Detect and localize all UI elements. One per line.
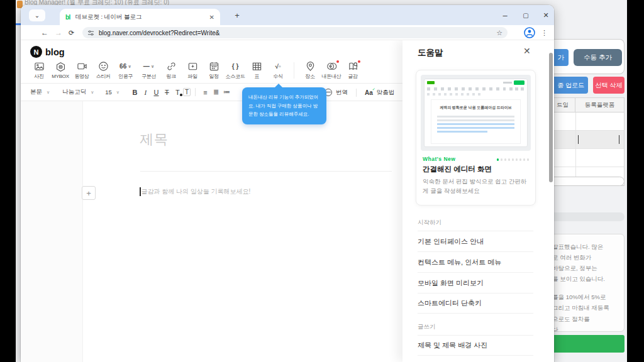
bold-button[interactable]: B — [130, 89, 140, 96]
mini-bar — [503, 82, 512, 84]
help-item-mobile-preview[interactable]: 모바일 화면 미리보기 — [418, 272, 533, 293]
address-bar[interactable]: blog.naver.com/devrocket?Redirect=Write&… — [82, 27, 508, 38]
tab-close-icon[interactable]: ✕ — [209, 14, 214, 21]
new-badge-dot — [358, 60, 360, 63]
translate-label[interactable]: 번역 — [336, 89, 348, 97]
title-placeholder[interactable]: 제목 — [140, 130, 169, 149]
site-settings-icon[interactable] — [87, 30, 94, 36]
tool-divider[interactable]: —∨ 구분선 — [137, 61, 160, 80]
naver-blog-logo-icon[interactable]: N — [30, 46, 42, 58]
manual-add-button[interactable]: 수동 추가 — [574, 49, 622, 66]
font-value: 나눔고딕 — [62, 88, 86, 96]
tool-label: 장소 — [305, 73, 314, 80]
highlight-color-button[interactable]: T — [183, 88, 191, 96]
help-panel: 도움말 ✕ 케백의 평화로운 낙원 오롤레아섬 드라이브 — [402, 40, 548, 362]
close-window-button[interactable]: ✕ — [536, 5, 555, 25]
browser-menu-icon[interactable]: ⋮ — [541, 25, 548, 40]
text-cursor — [140, 187, 141, 196]
forward-button[interactable]: → — [55, 25, 62, 40]
line-height-icon[interactable]: ≣ — [211, 88, 221, 96]
toolbar-separator — [356, 89, 357, 97]
tool-link[interactable]: 링크 — [160, 61, 182, 80]
table-row[interactable] — [553, 149, 624, 167]
mini-logo — [427, 81, 435, 84]
tool-photo[interactable]: 사진 — [28, 61, 50, 80]
minimize-button[interactable]: – — [496, 5, 514, 25]
italic-button[interactable]: I — [140, 89, 151, 96]
mini-editor-preview: 케백의 평화로운 낙원 오롤레아섬 드라이브 — [424, 79, 528, 147]
mini-document-text — [437, 116, 514, 133]
title-divider — [140, 171, 392, 172]
tool-file[interactable]: 파일 — [182, 61, 203, 80]
browser-window: ⌄ bl 데브로켓 : 네이버 블로그 ✕ + – ▢ ✕ ← → ⟳ blog… — [21, 5, 554, 362]
help-item-basic-interface[interactable]: 기본 인터페이스 안내 — [418, 231, 533, 251]
dot[interactable] — [527, 158, 530, 161]
tool-place[interactable]: 장소 — [299, 61, 321, 80]
note-line: 률을 10%에서 5%로 — [552, 292, 622, 302]
dot[interactable] — [519, 158, 522, 161]
help-list: 제목 및 제목 배경 사진 — [418, 335, 533, 356]
dot[interactable] — [504, 158, 507, 161]
dot-active[interactable] — [497, 158, 499, 161]
bookmark-star-icon[interactable]: ☆ — [496, 29, 502, 37]
new-feature-tooltip[interactable]: 내돈내산 리뷰 기능이 추가되었어요. 내가 직접 구매한 상품이나 방문한 장… — [242, 87, 326, 124]
delete-selected-button[interactable]: 선택 삭제 — [593, 77, 625, 94]
dot[interactable] — [512, 158, 514, 161]
reload-button[interactable]: ⟳ — [69, 25, 74, 40]
spellcheck-label[interactable]: 맞춤법 — [377, 89, 395, 97]
mini-publish-button — [514, 80, 525, 85]
note-line: 다. — [552, 324, 622, 332]
new-tab-button[interactable]: + — [230, 9, 245, 21]
help-item-context-insert-menu[interactable]: 컨텍스트 메뉴, 인서트 메뉴 — [418, 251, 533, 272]
tool-quote[interactable]: 66∨ 인용구 — [114, 61, 137, 80]
dot[interactable] — [508, 158, 511, 161]
tool-table[interactable]: 표 — [246, 61, 267, 80]
table-row-selected[interactable] — [553, 131, 624, 149]
whats-new-card[interactable]: 케백의 평화로운 낙원 오롤레아섬 드라이브 What's New 간결해진 에… — [416, 70, 536, 206]
page-scrollbar[interactable] — [548, 40, 554, 362]
background-app-confirm-button[interactable] — [548, 335, 625, 353]
table-row[interactable] — [553, 112, 624, 131]
font-size-select[interactable]: 15∨ — [105, 89, 119, 96]
help-item-title-background[interactable]: 제목 및 제목 배경 사진 — [418, 335, 533, 356]
active-tab[interactable]: bl 데브로켓 : 네이버 블로그 ✕ — [60, 9, 220, 25]
add-block-button[interactable]: + — [82, 186, 96, 200]
body-placeholder: 글감과 함께 나의 일상을 기록해보세요! — [142, 187, 251, 196]
paragraph-select[interactable]: 본문∨ — [30, 88, 50, 96]
body-editor[interactable]: 글감과 함께 나의 일상을 기록해보세요! — [140, 187, 250, 196]
tool-schedule[interactable]: 일정 — [203, 61, 225, 80]
tool-topic[interactable]: 글감 — [342, 61, 364, 80]
underline-button[interactable]: U — [151, 89, 162, 96]
upload-button[interactable]: 종 업로드 — [550, 77, 588, 94]
back-button[interactable]: ← — [41, 25, 48, 40]
dot[interactable] — [516, 158, 518, 161]
background-app-field[interactable] — [548, 212, 625, 221]
spellcheck-icon[interactable]: Aa✓ — [365, 89, 373, 96]
tool-mybox[interactable]: MYBOX — [50, 62, 71, 79]
help-close-icon[interactable]: ✕ — [523, 46, 531, 56]
tab-search-button[interactable]: ⌄ — [29, 9, 45, 21]
text-cursor — [578, 135, 579, 144]
align-left-icon[interactable]: ≡ — [200, 89, 211, 96]
new-badge-dot — [336, 60, 339, 63]
tool-code[interactable]: { } 소스코드 — [225, 61, 246, 80]
profile-avatar[interactable] — [524, 27, 535, 38]
dot[interactable] — [523, 158, 526, 161]
tool-video[interactable]: 동영상 — [71, 61, 92, 80]
maximize-button[interactable]: ▢ — [516, 5, 535, 25]
whats-new-dots[interactable] — [497, 158, 530, 161]
tool-formula[interactable]: √▫ 수식 — [267, 61, 289, 80]
tool-sticker[interactable]: 스티커 — [92, 61, 114, 80]
strikethrough-button[interactable]: T — [162, 89, 172, 96]
background-app-input[interactable] — [548, 177, 625, 186]
tool-review[interactable]: 내돈내산 — [321, 61, 342, 80]
help-item-shortcuts[interactable]: 스마트에디터 단축키 — [418, 293, 533, 314]
blog-logo-text[interactable]: blog — [45, 47, 65, 57]
dot[interactable] — [501, 158, 503, 161]
list-icon[interactable]: ≔ — [221, 88, 232, 96]
text-color-button[interactable]: T — [172, 89, 183, 96]
scrollbar-thumb[interactable] — [549, 53, 553, 182]
url-text[interactable]: blog.naver.com/devrocket?Redirect=Write& — [99, 30, 496, 36]
font-select[interactable]: 나눔고딕∨ — [62, 88, 94, 96]
tool-label: 표 — [254, 73, 259, 80]
